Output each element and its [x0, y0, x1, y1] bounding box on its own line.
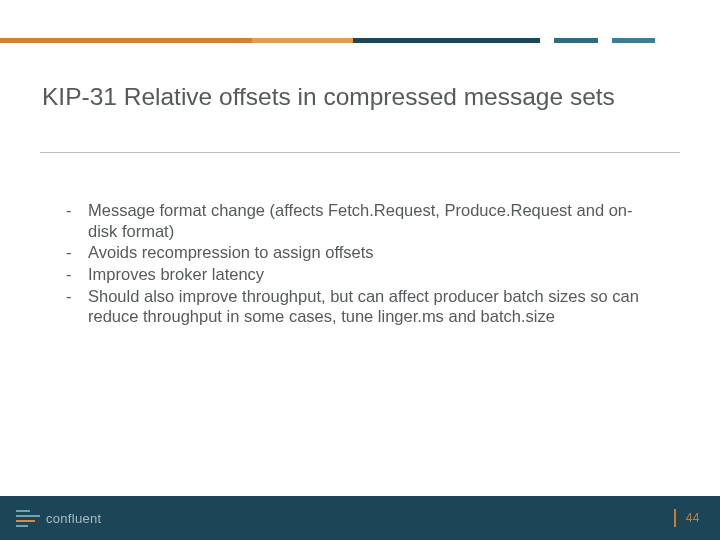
slide: KIP-31 Relative offsets in compressed me…: [0, 0, 720, 540]
accent-segment: [540, 38, 554, 43]
brand-name: confluent: [46, 511, 101, 526]
bullet-item: Should also improve throughput, but can …: [66, 286, 640, 327]
bullet-item: Message format change (affects Fetch.Req…: [66, 200, 640, 241]
bullet-item: Improves broker latency: [66, 264, 640, 285]
title-underline: [40, 152, 680, 153]
accent-segment: [0, 38, 252, 43]
slide-title: KIP-31 Relative offsets in compressed me…: [42, 82, 678, 113]
brand-logo: confluent: [16, 508, 101, 528]
bullet-list: Message format change (affects Fetch.Req…: [66, 200, 640, 328]
footer-bar: 44: [0, 496, 720, 540]
accent-segment: [252, 38, 353, 43]
accent-segment: [598, 38, 612, 43]
accent-segment: [655, 38, 720, 43]
logo-mark-icon: [16, 508, 40, 528]
page-number: 44: [686, 511, 700, 525]
bullet-ul: Message format change (affects Fetch.Req…: [66, 200, 640, 327]
bullet-item: Avoids recompression to assign offsets: [66, 242, 640, 263]
page-separator-icon: [674, 509, 676, 527]
accent-segment: [612, 38, 655, 43]
accent-segment: [554, 38, 597, 43]
accent-line: [0, 38, 720, 43]
accent-segment: [353, 38, 540, 43]
